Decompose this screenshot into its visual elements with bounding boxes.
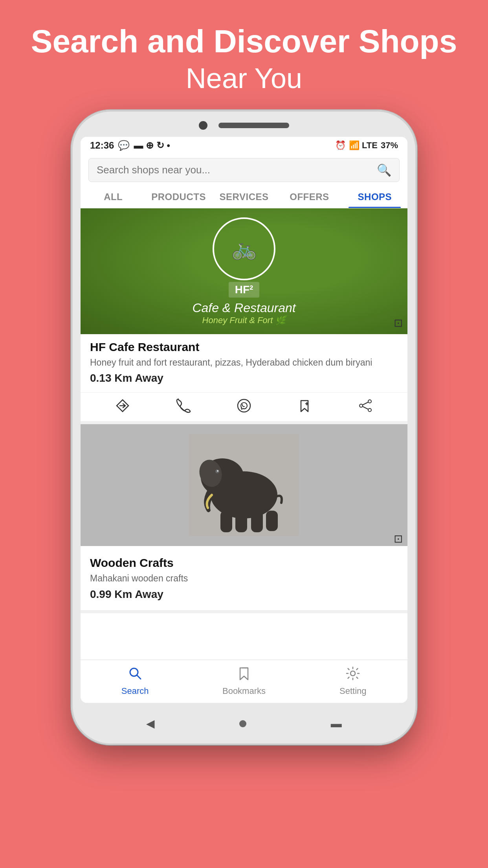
svg-rect-10 <box>220 511 232 532</box>
search-icon[interactable]: 🔍 <box>377 163 391 177</box>
svg-rect-13 <box>266 511 278 531</box>
search-nav-icon <box>128 666 142 684</box>
search-bar[interactable]: 🔍 <box>88 158 400 182</box>
hf-cafe-info: HF Cafe Restaurant Honey fruit and fort … <box>81 334 407 388</box>
hf-cafe-image: 🚲 HF² Cafe & Restaurant Honey Fruit & Fo… <box>81 208 407 334</box>
whatsapp-icon: 💬 <box>118 140 130 151</box>
wooden-crafts-distance: 0.99 Km Away <box>90 588 398 601</box>
bookmarks-nav-icon <box>237 666 251 684</box>
phone-top-bar <box>81 121 407 130</box>
bookmark-add-button[interactable] <box>297 398 312 413</box>
tab-offers[interactable]: OFFERS <box>277 186 342 208</box>
svg-point-1 <box>368 400 371 403</box>
elephant-illustration <box>189 434 299 536</box>
tab-products[interactable]: PRODUCTS <box>146 186 211 208</box>
tab-services[interactable]: SERVICES <box>211 186 277 208</box>
bookmarks-nav-label: Bookmarks <box>222 686 266 696</box>
nav-setting[interactable]: Setting <box>299 666 407 695</box>
expand-icon[interactable]: ⊡ <box>394 316 403 329</box>
hf-logo-circle: 🚲 <box>213 217 275 280</box>
front-camera <box>199 121 207 130</box>
svg-point-3 <box>368 408 371 412</box>
shop-card-hf-cafe: 🚲 HF² Cafe & Restaurant Honey Fruit & Fo… <box>81 208 407 424</box>
svg-point-0 <box>238 399 250 412</box>
svg-point-9 <box>217 470 218 472</box>
hf-logo-inner: 🚲 <box>231 237 257 261</box>
svg-point-15 <box>350 671 355 676</box>
search-nav-label: Search <box>121 686 149 696</box>
status-left: 12:36 💬 ▬ ⊕ ↻ • <box>90 140 170 151</box>
share-button[interactable] <box>358 398 373 413</box>
hf-cafe-actions <box>81 392 407 415</box>
setting-nav-label: Setting <box>339 686 367 696</box>
hf-cafe-desc: Honey fruit and fort restaurant, pizzas,… <box>90 356 398 369</box>
bottom-nav: Search Bookmarks <box>81 660 407 703</box>
status-time: 12:36 <box>90 140 114 151</box>
phone-button[interactable] <box>176 398 191 413</box>
battery-level: 37% <box>381 140 398 151</box>
phone-screen: 12:36 💬 ▬ ⊕ ↻ • ⏰ 📶 LTE 37% 🔍 <box>81 137 407 703</box>
tab-shops[interactable]: SHOPS <box>342 186 407 208</box>
signal-icons: 📶 LTE <box>349 140 378 151</box>
recents-button[interactable]: ▬ <box>331 717 342 730</box>
expand-icon-wooden[interactable]: ⊡ <box>394 532 403 545</box>
phone-bottom-bar: ◀ ▬ <box>81 709 407 734</box>
wooden-crafts-image-wrapper[interactable]: ⊡ <box>81 424 407 550</box>
wooden-crafts-image <box>81 424 407 546</box>
wooden-crafts-info: Wooden Crafts Mahakani wooden crafts 0.9… <box>81 550 407 603</box>
wooden-crafts-desc: Mahakani wooden crafts <box>90 572 398 585</box>
hf-cafe-name: HF Cafe Restaurant <box>90 340 398 354</box>
phone-frame: 12:36 💬 ▬ ⊕ ↻ • ⏰ 📶 LTE 37% 🔍 <box>71 110 417 745</box>
category-tabs: ALL PRODUCTS SERVICES OFFERS SHOPS <box>81 186 407 208</box>
directions-button[interactable] <box>115 398 130 413</box>
hero-title-line2: Near You <box>0 62 488 94</box>
hero-section: Search and Discover Shops Near You <box>0 0 488 110</box>
hf-badge: HF² <box>229 282 260 298</box>
search-input[interactable] <box>97 164 377 176</box>
tab-all[interactable]: ALL <box>81 186 146 208</box>
phone-mockup: 12:36 💬 ▬ ⊕ ↻ • ⏰ 📶 LTE 37% 🔍 <box>0 110 488 745</box>
alarm-icon: ⏰ <box>335 140 346 151</box>
wooden-crafts-name: Wooden Crafts <box>90 556 398 570</box>
svg-rect-11 <box>235 511 247 532</box>
setting-nav-icon <box>346 666 360 684</box>
hero-title-line1: Search and Discover Shops <box>0 24 488 59</box>
back-button[interactable]: ◀ <box>146 717 155 730</box>
shop-card-wooden-crafts: ⊡ Wooden Crafts Mahakani wooden crafts 0… <box>81 424 407 613</box>
status-icons: ▬ ⊕ ↻ • <box>134 140 170 151</box>
hf-cafe-image-wrapper[interactable]: 🚲 HF² Cafe & Restaurant Honey Fruit & Fo… <box>81 208 407 334</box>
svg-point-2 <box>360 404 363 407</box>
bike-icon: 🚲 <box>231 237 257 261</box>
home-button[interactable] <box>239 720 246 727</box>
hf-tagline: Honey Fruit & Fort 🌿 <box>202 315 286 326</box>
status-bar: 12:36 💬 ▬ ⊕ ↻ • ⏰ 📶 LTE 37% <box>81 137 407 154</box>
nav-bookmarks[interactable]: Bookmarks <box>189 666 298 695</box>
search-bar-container: 🔍 <box>81 154 407 186</box>
svg-rect-12 <box>251 511 263 532</box>
speaker <box>218 123 289 128</box>
status-right: ⏰ 📶 LTE 37% <box>335 140 398 151</box>
whatsapp-button[interactable] <box>237 398 251 413</box>
nav-search[interactable]: Search <box>81 666 189 695</box>
hf-subtitle: Cafe & Restaurant <box>192 301 295 315</box>
hf-cafe-distance: 0.13 Km Away <box>90 372 398 384</box>
